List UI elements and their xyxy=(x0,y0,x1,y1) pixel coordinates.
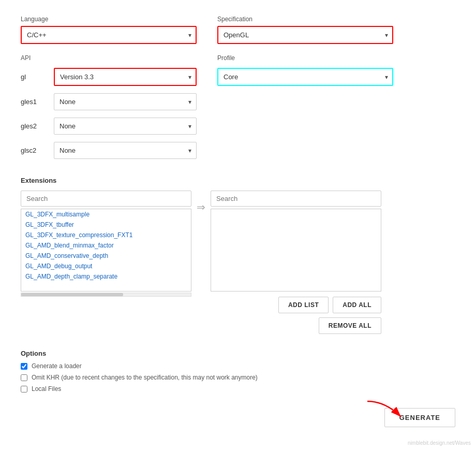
specification-select-wrapper: OpenGL OpenGL ES OpenGL SC xyxy=(217,26,393,44)
language-select[interactable]: C/C++ C D xyxy=(21,26,197,44)
arrow-icon: ⇒ xyxy=(197,201,205,213)
api-gles2-name: gles2 xyxy=(21,122,47,130)
list-item[interactable]: GL_3DFX_texture_compression_FXT1 xyxy=(21,230,191,240)
options-label: Options xyxy=(21,350,455,357)
specification-label: Specification xyxy=(217,16,393,23)
api-glsc2-row: glsc2 NoneVersion 2.0 xyxy=(21,142,197,159)
api-gles1-select[interactable]: NoneVersion 1.0 xyxy=(54,93,197,110)
generate-area: GENERATE xyxy=(21,408,455,427)
extensions-layout: GL_3DFX_multisample GL_3DFX_tbuffer GL_3… xyxy=(21,191,455,334)
arrow-indicator xyxy=(365,399,406,425)
api-gles2-select[interactable]: NoneVersion 2.0Version 3.0Version 3.1Ver… xyxy=(54,118,197,135)
extensions-right-col: ADD LIST ADD ALL REMOVE ALL xyxy=(211,191,381,334)
watermark: nimblebit.design.net/Waves xyxy=(408,440,471,443)
local-files-label: Local Files xyxy=(32,385,61,392)
extensions-left-col: GL_3DFX_multisample GL_3DFX_tbuffer GL_3… xyxy=(21,191,191,297)
language-label: Language xyxy=(21,16,197,23)
language-select-wrapper: C/C++ C D xyxy=(21,26,197,44)
omit-khr-label: Omit KHR (due to recent changes to the s… xyxy=(32,374,258,381)
api-gles1-name: gles1 xyxy=(21,98,47,106)
api-glsc2-select-wrapper: NoneVersion 2.0 xyxy=(54,142,197,159)
option-omit-khr: Omit KHR (due to recent changes to the s… xyxy=(21,374,455,381)
list-item[interactable]: GL_AMD_blend_minmax_factor xyxy=(21,240,191,251)
local-files-checkbox[interactable] xyxy=(21,386,27,392)
horizontal-scrollbar[interactable] xyxy=(21,293,191,297)
generate-loader-checkbox[interactable] xyxy=(21,363,27,370)
option-generate-loader: Generate a loader xyxy=(21,362,455,370)
api-gles1-select-wrapper: NoneVersion 1.0 xyxy=(54,93,197,110)
remove-buttons-row: REMOVE ALL xyxy=(319,317,381,334)
profile-label: Profile xyxy=(217,54,393,62)
list-item[interactable]: GL_AMD_debug_output xyxy=(21,261,191,271)
option-local-files: Local Files xyxy=(21,385,455,392)
extensions-left-list[interactable]: GL_3DFX_multisample GL_3DFX_tbuffer GL_3… xyxy=(21,209,191,292)
extensions-label: Extensions xyxy=(21,177,455,184)
generate-loader-label: Generate a loader xyxy=(32,362,82,370)
api-gl-name: gl xyxy=(21,73,47,81)
add-all-button[interactable]: ADD ALL xyxy=(333,297,381,313)
extensions-right-search[interactable] xyxy=(211,191,381,207)
extensions-section: Extensions GL_3DFX_multisample GL_3DFX_t… xyxy=(21,177,455,334)
profile-select[interactable]: Core Compatibility xyxy=(217,68,393,86)
api-gles1-row: gles1 NoneVersion 1.0 xyxy=(21,93,197,110)
list-item[interactable]: GL_AMD_conservative_depth xyxy=(21,251,191,261)
list-item[interactable]: GL_AMD_depth_clamp_separate xyxy=(21,271,191,282)
remove-all-button[interactable]: REMOVE ALL xyxy=(319,317,381,334)
api-gles2-select-wrapper: NoneVersion 2.0Version 3.0Version 3.1Ver… xyxy=(54,118,197,135)
specification-select[interactable]: OpenGL OpenGL ES OpenGL SC xyxy=(217,26,393,44)
add-buttons-row: ADD LIST ADD ALL xyxy=(278,297,381,313)
api-gles2-row: gles2 NoneVersion 2.0Version 3.0Version … xyxy=(21,118,197,135)
generate-with-arrow: GENERATE xyxy=(384,408,455,427)
api-gl-select-wrapper: NoneVersion 1.0Version 1.1Version 1.2Ver… xyxy=(54,68,197,86)
api-label: API xyxy=(21,54,197,62)
transfer-arrow: ⇒ xyxy=(197,191,205,224)
buttons-area: ADD LIST ADD ALL REMOVE ALL xyxy=(211,297,381,334)
extensions-right-list[interactable] xyxy=(211,209,381,292)
scrollbar-thumb xyxy=(21,293,123,296)
omit-khr-checkbox[interactable] xyxy=(21,374,27,381)
options-section: Options Generate a loader Omit KHR (due … xyxy=(21,350,455,392)
api-glsc2-name: glsc2 xyxy=(21,147,47,154)
extensions-left-search[interactable] xyxy=(21,191,191,207)
add-list-button[interactable]: ADD LIST xyxy=(278,297,329,313)
profile-select-wrapper: Core Compatibility xyxy=(217,68,393,86)
api-gl-row: gl NoneVersion 1.0Version 1.1Version 1.2… xyxy=(21,68,197,86)
api-gl-select[interactable]: NoneVersion 1.0Version 1.1Version 1.2Ver… xyxy=(54,68,197,86)
list-item[interactable]: GL_3DFX_multisample xyxy=(21,209,191,220)
api-glsc2-select[interactable]: NoneVersion 2.0 xyxy=(54,142,197,159)
list-item[interactable]: GL_3DFX_tbuffer xyxy=(21,220,191,230)
